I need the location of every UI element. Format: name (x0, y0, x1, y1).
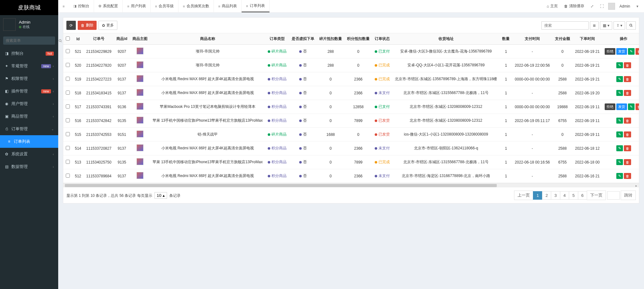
tab[interactable]: ≡会员抽奖次数 (178, 0, 214, 12)
ship-button[interactable]: 发货 (616, 48, 627, 55)
row-checkbox[interactable] (66, 49, 70, 53)
column-header[interactable]: 商品名称 (150, 33, 265, 45)
product-thumbnail[interactable] (137, 89, 143, 96)
page-button[interactable]: 6 (578, 191, 587, 200)
tab[interactable]: ◨控制台 (69, 0, 94, 12)
product-thumbnail[interactable] (137, 158, 143, 165)
row-checkbox[interactable] (66, 104, 70, 108)
column-header[interactable]: 碎片抵扣数量 (317, 33, 344, 45)
row-delete-button[interactable]: 🗑 (624, 159, 631, 165)
sidebar-item[interactable]: ◨控制台hot (0, 47, 58, 60)
avatar-small[interactable] (608, 3, 615, 10)
edit-button[interactable]: ✎ (616, 131, 623, 137)
column-header[interactable]: 订单类型 (265, 33, 289, 45)
edit-button[interactable]: ✎ (616, 76, 623, 82)
home-link[interactable]: ⌂主页 (545, 3, 560, 9)
ship-button[interactable]: 发货 (616, 103, 627, 110)
per-page-select[interactable]: 10 ▴ (154, 192, 167, 199)
clear-cache-link[interactable]: 🗑清除缓存 (562, 3, 586, 9)
sidebar-item[interactable]: ▤数据管理‹ (0, 160, 58, 173)
view-list-button[interactable]: ≣ (590, 21, 599, 30)
edit-button[interactable]: ✎ (616, 145, 623, 151)
prev-page-button[interactable]: 上一页 (514, 191, 533, 200)
sidebar-item[interactable]: ▣商品管理‹ (0, 110, 58, 123)
product-thumbnail[interactable] (137, 47, 143, 54)
fullscreen-button[interactable]: ⛶ (598, 4, 606, 8)
tab[interactable]: ≡商品列表 (214, 0, 242, 12)
page-button[interactable]: 4 (560, 191, 569, 200)
columns-button[interactable]: ▦ ▾ (600, 21, 612, 30)
page-button[interactable]: 1 (533, 191, 542, 200)
menu-toggle[interactable]: ≡ (58, 0, 69, 12)
topbar-user[interactable]: Admin (618, 4, 632, 8)
column-header[interactable]: 支付金额 (552, 33, 573, 45)
row-checkbox[interactable] (66, 146, 70, 150)
edit-button[interactable]: ✎ (628, 48, 635, 55)
row-delete-button[interactable]: 🗑 (624, 76, 631, 82)
column-header[interactable]: 商品主图 (130, 33, 150, 45)
scrollbar-thumb[interactable] (65, 184, 497, 187)
horizontal-scrollbar[interactable]: ▸ (63, 183, 639, 187)
refresh-button[interactable]: ⟳ (66, 21, 76, 30)
row-checkbox[interactable] (66, 91, 70, 95)
jump-button[interactable]: 跳转 (621, 191, 636, 200)
tab[interactable]: ≡会员等级 (151, 0, 178, 12)
edit-button[interactable]: ✎ (616, 90, 623, 96)
column-header[interactable]: Id (72, 33, 84, 45)
sidebar-item[interactable]: ◧插件管理new‹ (0, 85, 58, 97)
row-checkbox[interactable] (66, 160, 70, 164)
column-header[interactable] (63, 33, 72, 45)
edit-button[interactable]: ✎ (616, 173, 623, 179)
row-delete-button[interactable]: 🗑 (624, 62, 631, 68)
row-delete-button[interactable]: 🗑 (624, 118, 631, 124)
row-delete-button[interactable]: 🗑 (624, 90, 631, 96)
row-delete-button[interactable]: 🗑 (636, 48, 639, 55)
column-header[interactable]: 是否虚拟下单 (289, 33, 317, 45)
search-input[interactable] (541, 21, 589, 30)
column-header[interactable]: 支付时间 (512, 33, 552, 45)
product-thumbnail[interactable] (137, 61, 143, 68)
next-page-button[interactable]: 下一页 (587, 191, 606, 200)
expand-button[interactable]: ▾ (635, 4, 640, 8)
page-button[interactable]: 2 (542, 191, 551, 200)
reject-button[interactable]: 拒绝 (605, 103, 615, 110)
edit-button[interactable]: ✎ (616, 62, 623, 68)
tab[interactable]: ≡用户列表 (123, 0, 150, 12)
sidebar-item[interactable]: ◉用户管理‹ (0, 97, 58, 110)
sidebar-subitem[interactable]: ≡订单列表 (0, 135, 58, 148)
column-header[interactable]: 数量 (500, 33, 512, 45)
column-header[interactable]: 下单时间 (573, 33, 602, 45)
sidebar-item[interactable]: ✦常规管理new‹ (0, 60, 58, 72)
product-thumbnail[interactable] (137, 144, 143, 151)
reject-button[interactable]: 拒绝 (605, 48, 615, 55)
sidebar-search-input[interactable] (3, 36, 55, 45)
row-delete-button[interactable]: 🗑 (636, 103, 639, 110)
product-thumbnail[interactable] (137, 75, 143, 82)
product-thumbnail[interactable] (137, 117, 143, 124)
page-jump-input[interactable] (607, 191, 620, 200)
row-delete-button[interactable]: 🗑 (624, 173, 631, 179)
row-delete-button[interactable]: 🗑 (624, 131, 631, 137)
table-wrap[interactable]: Id订单号商品id商品主图商品名称订单类型是否虚拟下单碎片抵扣数量积分抵扣数量订… (63, 33, 639, 183)
column-header[interactable]: 收货地址 (392, 33, 500, 45)
edit-button[interactable]: ✎ (616, 159, 623, 165)
row-checkbox[interactable] (66, 132, 70, 136)
export-button[interactable]: ⇪ ▾ (613, 21, 625, 30)
row-checkbox[interactable] (66, 174, 70, 178)
edit-button[interactable]: ✎ (628, 103, 635, 110)
column-header[interactable]: 积分抵扣数量 (344, 33, 372, 45)
row-checkbox[interactable] (66, 63, 70, 67)
tab[interactable]: ≡订单列表 (242, 0, 269, 12)
edit-button[interactable]: ✎ (616, 118, 623, 124)
product-thumbnail[interactable] (137, 131, 143, 137)
sidebar-item[interactable]: ✿系统设置‹ (0, 148, 58, 160)
row-delete-button[interactable]: 🗑 (624, 145, 631, 151)
product-thumbnail[interactable] (137, 172, 143, 179)
row-checkbox[interactable] (66, 118, 70, 122)
search-button[interactable] (626, 21, 636, 30)
delete-button[interactable]: 🗑删除 (78, 21, 97, 30)
product-thumbnail[interactable] (137, 103, 143, 110)
page-button[interactable]: 3 (551, 191, 560, 200)
row-checkbox[interactable] (66, 77, 70, 81)
page-button[interactable]: 5 (569, 191, 578, 200)
